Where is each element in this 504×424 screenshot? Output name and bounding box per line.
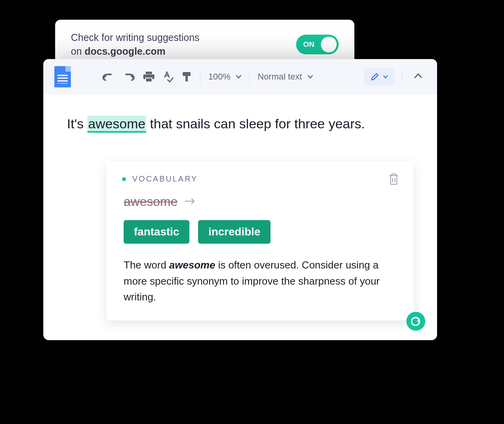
svg-rect-3 [183, 72, 191, 76]
sentence-suffix: that snails can sleep for three years. [146, 116, 365, 131]
svg-rect-4 [185, 76, 188, 81]
chevron-down-icon [383, 75, 388, 78]
explanation-prefix: The word [124, 259, 169, 271]
toggle-label: ON [303, 40, 315, 49]
toolbar-divider [200, 69, 200, 84]
docs-icon[interactable] [54, 66, 71, 87]
suggestion-explanation: The word awesome is often overused. Cons… [122, 257, 398, 305]
suggestion-chip-incredible[interactable]: incredible [198, 220, 271, 244]
category-indicator-dot [122, 177, 126, 181]
toolbar: 100% Normal text [43, 59, 437, 94]
settings-line2-prefix: on [71, 46, 85, 57]
toolbar-divider [402, 69, 402, 84]
settings-domain: docs.google.com [85, 46, 166, 57]
dismiss-suggestion-button[interactable] [388, 173, 399, 187]
pencil-icon [371, 72, 379, 81]
toolbar-divider [249, 69, 250, 84]
collapse-toolbar-button[interactable] [410, 73, 426, 80]
svg-rect-0 [146, 72, 152, 74]
editing-mode-button[interactable] [364, 69, 394, 85]
grammarly-icon [410, 315, 422, 327]
explanation-em: awesome [169, 259, 215, 271]
paint-format-icon[interactable] [182, 71, 192, 82]
trash-icon [388, 173, 399, 185]
paragraph-style-value: Normal text [258, 72, 302, 82]
settings-text: Check for writing suggestions on docs.go… [71, 31, 200, 58]
zoom-dropdown[interactable]: 100% [208, 72, 241, 82]
undo-icon[interactable] [102, 73, 114, 81]
settings-line1: Check for writing suggestions [71, 32, 200, 43]
editor-window: 100% Normal text It's awesome that snail… [43, 59, 437, 340]
chevron-down-icon [308, 75, 313, 79]
chevron-up-icon [414, 73, 422, 79]
document-body[interactable]: It's awesome that snails can sleep for t… [43, 94, 437, 145]
spellcheck-icon[interactable] [163, 71, 173, 82]
original-word-strikethrough: awesome [124, 194, 178, 209]
print-icon[interactable] [143, 72, 154, 82]
sentence-prefix: It's [67, 116, 87, 131]
highlighted-word[interactable]: awesome [87, 116, 146, 133]
toggle-knob [321, 37, 337, 52]
zoom-value: 100% [208, 72, 230, 82]
suggestions-toggle[interactable]: ON [296, 35, 339, 54]
arrow-right-icon [184, 197, 196, 207]
suggestion-category: VOCABULARY [132, 174, 198, 183]
paragraph-style-dropdown[interactable]: Normal text [258, 72, 313, 82]
grammarly-badge-button[interactable] [406, 312, 425, 331]
chevron-down-icon [236, 75, 241, 79]
svg-rect-2 [146, 78, 152, 82]
suggestion-card: VOCABULARY awesome fantastic incredible … [106, 161, 413, 320]
suggestion-chip-fantastic[interactable]: fantastic [124, 220, 189, 244]
redo-icon[interactable] [123, 73, 135, 81]
sentence-text: It's awesome that snails can sleep for t… [67, 114, 413, 133]
